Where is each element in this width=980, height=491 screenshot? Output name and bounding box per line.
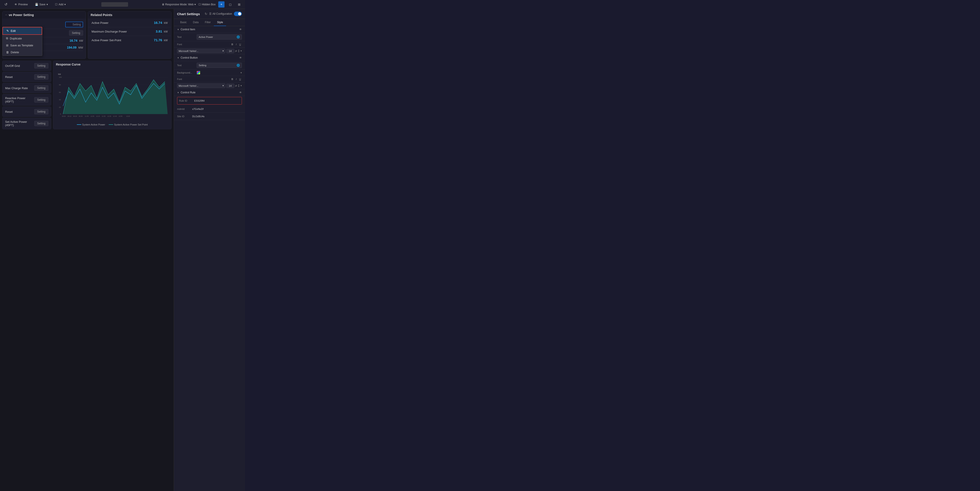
ci-italic-button[interactable]: I [235, 43, 237, 46]
context-menu-edit[interactable]: ✎ Edit [2, 27, 42, 35]
cb-text-value: Setting [199, 64, 206, 67]
svg-text:40: 40 [59, 99, 60, 101]
tab-style[interactable]: Style [214, 19, 226, 26]
all-config-button[interactable]: ☰ All Configuration [209, 12, 232, 15]
apower-setting-btn-2[interactable]: Setting [69, 30, 83, 36]
control-btn-eye-icon[interactable]: 👁 [239, 56, 242, 59]
list-setting-btn-3[interactable]: Setting [34, 97, 48, 102]
ci-bold-button[interactable]: B [231, 43, 234, 46]
rp-row-1: Maximum Discharge Power 3.81 kW [88, 27, 171, 36]
related-points-title: Related Points [91, 13, 112, 17]
rp-value-1: 3.81 kW [156, 29, 168, 33]
duplicate-label: Duplicate [10, 37, 22, 40]
preview-button[interactable]: 👁 Preview [13, 2, 30, 7]
control-item-chevron-icon[interactable]: ▼ [177, 28, 179, 31]
ci-font-size-input[interactable]: 14 [226, 49, 234, 53]
preview-icon-button[interactable]: ◻ [227, 2, 234, 8]
context-menu-save-template[interactable]: ⊞ Save as Template [2, 42, 42, 49]
list-setting-btn-0[interactable]: Setting [34, 63, 48, 69]
cb-underline-button[interactable]: U [238, 77, 242, 81]
add-button[interactable]: ☐ Add ▾ [53, 2, 67, 7]
cb-bold-button[interactable]: B [231, 77, 234, 81]
undo-button[interactable]: ↺ [3, 2, 9, 7]
svg-text:20: 20 [59, 106, 60, 108]
section-control-button: ▼ Control Button 👁 [174, 54, 245, 61]
cb-font-select[interactable]: Microsoft YaHei/... ▾ [177, 83, 225, 88]
control-btn-chevron-icon[interactable]: ▼ [177, 57, 179, 59]
delete-label: Delete [11, 51, 19, 54]
responsive-mode-button[interactable]: 🖥 Responsive Mode: Web ▾ [162, 3, 196, 6]
ci-font-select[interactable]: Microsoft YaHei/... ▾ [177, 49, 225, 53]
svg-text:11:55: 11:55 [85, 115, 89, 117]
preview-label: Preview [18, 3, 28, 6]
cb-text-label: Text [177, 64, 195, 67]
rp-label-2: Active Power Set-Point [92, 38, 121, 42]
section-control-rule: ▼ Control Rule 👁 [174, 89, 245, 96]
save-template-icon: ⊞ [6, 44, 8, 47]
control-rule-eye-icon[interactable]: 👁 [239, 91, 242, 94]
tab-filter[interactable]: Filter [202, 19, 214, 26]
context-menu-duplicate[interactable]: ⧉ Duplicate [2, 35, 42, 42]
legend-line-1 [109, 124, 113, 125]
response-curve-widget: Response Curve kW 100 80 60 40 20 0 [53, 61, 172, 129]
chart-title: Response Curve [56, 63, 169, 66]
rule-id-value[interactable]: ESS20ft4 [194, 99, 240, 103]
drag-handle-icon: ··· [5, 13, 7, 16]
save-chevron-icon: ▾ [46, 3, 48, 6]
cb-font-size-input[interactable]: 14 [226, 84, 234, 88]
control-btn-font-row: Font B I U [174, 76, 245, 83]
list-label-3: Reactive Power (45FT) [5, 97, 34, 103]
cb-font-more-icon[interactable]: ▾ [240, 84, 242, 87]
rule-id-label: Rule ID [179, 99, 192, 102]
right-panel: Chart Settings ↻ ☰ All Configuration Bas… [174, 9, 245, 491]
undo-icon: ↺ [5, 2, 7, 6]
list-setting-btn-4[interactable]: Setting [34, 109, 48, 114]
grid-icon-button[interactable]: ⊞ [236, 2, 242, 8]
list-item-4: Reset Setting [2, 107, 51, 117]
cb-italic-button[interactable]: I [235, 77, 237, 81]
rp-label-0: Active Power [92, 21, 108, 24]
ci-globe-icon[interactable]: 🌐 [237, 35, 240, 38]
context-menu-delete[interactable]: 🗑 Delete [2, 49, 42, 56]
cb-globe-icon[interactable]: 🌐 [237, 64, 240, 67]
ci-underline-button[interactable]: U [238, 43, 242, 46]
mdmid-row: mdmId x7GxNuDf [174, 105, 245, 113]
ci-font-down-icon[interactable]: ▼ [238, 51, 240, 53]
list-item-3: Reactive Power (45FT) Setting [2, 94, 51, 106]
siteid-row: Site ID DLOzBU4s [174, 113, 245, 120]
ci-text-input[interactable]: Active Power 🌐 [197, 34, 242, 40]
hidden-box-button[interactable]: ☐ Hidden Box [199, 3, 216, 6]
select-tool-button[interactable]: ⌖ [218, 2, 224, 8]
refresh-icon[interactable]: ↻ [205, 12, 207, 16]
list-setting-btn-1[interactable]: Setting [34, 74, 48, 80]
edit-icon: ✎ [6, 29, 9, 32]
all-config-toggle[interactable] [234, 11, 242, 16]
ci-font-chevron-icon: ▾ [223, 49, 224, 53]
legend-item-0: System Active Power [77, 123, 105, 126]
control-item-eye-icon[interactable]: 👁 [239, 28, 242, 31]
siteid-label: Site ID [177, 115, 191, 118]
control-btn-font-select-row: Microsoft YaHei/... ▾ 14 pt ▲ ▼ ▾ [174, 83, 245, 89]
apower-setting-input-1[interactable]: Setting [65, 22, 83, 27]
cb-text-input[interactable]: Setting 🌐 [197, 63, 242, 68]
cb-font-down-icon[interactable]: ▼ [238, 86, 240, 88]
cb-font-chevron-icon: ▾ [223, 84, 224, 87]
rp-value-0: 16.74 kW [154, 21, 168, 25]
control-rule-chevron-icon[interactable]: ▼ [177, 91, 179, 94]
cb-bg-chevron-icon[interactable]: ▾ [240, 71, 242, 74]
canvas-area: ✎ Edit ⧉ Duplicate ⊞ Save as Template 🗑 … [0, 9, 174, 491]
rp-row-0: Active Power 16.74 kW [88, 19, 171, 27]
legend-line-0 [77, 124, 81, 125]
related-points-rows: Active Power 16.74 kW Maximum Discharge … [88, 19, 171, 45]
cb-bg-color-swatch[interactable] [197, 71, 200, 75]
svg-text:00:00: 00:00 [62, 115, 66, 117]
ci-font-more-icon[interactable]: ▾ [240, 49, 242, 53]
list-label-4: Reset [5, 110, 13, 113]
save-button[interactable]: 💾 Save ▾ [33, 2, 50, 7]
list-setting-btn-2[interactable]: Setting [34, 85, 48, 91]
tab-data[interactable]: Data [190, 19, 202, 26]
list-setting-btn-5[interactable]: Setting [34, 121, 48, 126]
left-list: On/Off Grid Setting Reset Setting Max Ch… [2, 61, 51, 129]
tab-basic[interactable]: Basic [177, 19, 190, 26]
hidden-box-label: Hidden Box [202, 3, 216, 6]
